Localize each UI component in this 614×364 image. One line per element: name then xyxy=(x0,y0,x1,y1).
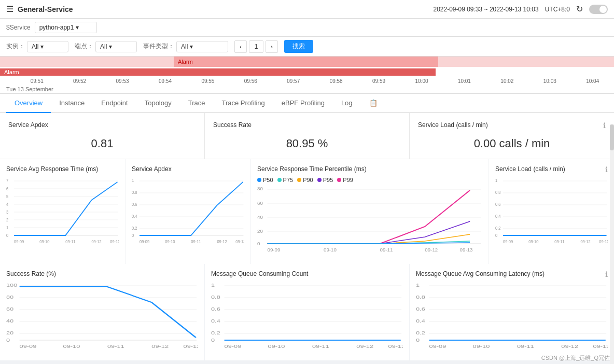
service-select[interactable]: python-app1 ▾ xyxy=(35,22,97,33)
apdex-chart-title: Service Apdex xyxy=(132,165,244,173)
svg-text:09-12: 09-12 xyxy=(425,247,438,253)
svg-text:09-11: 09-11 xyxy=(65,239,76,244)
legend-p99: P99 xyxy=(337,177,353,183)
svg-text:80: 80 xyxy=(257,186,263,191)
svg-text:6: 6 xyxy=(6,186,9,191)
svg-text:09-09: 09-09 xyxy=(268,247,281,253)
legend-p90: P90 xyxy=(297,177,313,183)
instance-filter: 实例： All ▾ xyxy=(6,41,68,52)
svg-text:09-10: 09-10 xyxy=(268,344,285,349)
next-page-button[interactable]: › xyxy=(266,40,278,53)
search-button[interactable]: 搜索 xyxy=(284,40,313,53)
svg-text:09-10: 09-10 xyxy=(39,239,50,244)
svg-text:09-11: 09-11 xyxy=(312,344,329,349)
svg-text:0: 0 xyxy=(6,233,9,238)
refresh-icon[interactable]: ↻ xyxy=(576,4,583,14)
svg-text:09-11: 09-11 xyxy=(191,239,201,244)
timezone: UTC+8:0 xyxy=(545,6,570,13)
svg-text:09-11: 09-11 xyxy=(517,344,534,349)
svg-text:09-10: 09-10 xyxy=(165,239,175,244)
svg-text:0: 0 xyxy=(257,241,260,246)
svg-text:09-10: 09-10 xyxy=(473,344,490,349)
load-info-icon[interactable]: ℹ xyxy=(603,121,606,137)
svg-text:0: 0 xyxy=(6,338,10,343)
svg-text:4: 4 xyxy=(6,202,9,207)
timeline-labels: 09:51 09:52 09:53 09:54 09:55 09:56 09:5… xyxy=(0,77,614,85)
svg-text:0.6: 0.6 xyxy=(211,306,220,312)
datetime-range: 2022-09-09 09:33 ~ 2022-09-13 10:03 xyxy=(433,6,538,13)
svg-text:09-11: 09-11 xyxy=(107,344,124,349)
chart-service-load: Service Load (calls / min) ℹ 1 0.8 0.6 0… xyxy=(489,159,614,264)
svg-text:1: 1 xyxy=(132,178,134,183)
svg-text:2: 2 xyxy=(6,217,9,222)
toggle-switch[interactable] xyxy=(589,5,608,14)
svg-text:09-09: 09-09 xyxy=(14,239,24,244)
svg-text:0: 0 xyxy=(416,338,420,343)
svg-text:7: 7 xyxy=(6,178,9,183)
service-load-title: Service Load (calls / min) xyxy=(495,165,565,173)
svg-text:09-09: 09-09 xyxy=(503,239,513,244)
svg-text:40: 40 xyxy=(257,214,263,220)
svg-text:0.4: 0.4 xyxy=(416,318,425,324)
svg-text:0.2: 0.2 xyxy=(132,226,137,231)
apdex-value: 0.81 xyxy=(8,137,196,150)
svg-text:60: 60 xyxy=(6,306,13,312)
svg-text:0.2: 0.2 xyxy=(416,330,425,335)
tab-trace[interactable]: Trace xyxy=(180,94,214,113)
legend-p95: P95 xyxy=(317,177,333,183)
mq-latency-info-icon[interactable]: ℹ xyxy=(605,270,608,278)
prev-page-button[interactable]: ‹ xyxy=(234,40,247,53)
svg-text:20: 20 xyxy=(6,330,13,335)
svg-text:09-13: 09-13 xyxy=(184,344,198,349)
service-select-arrow: ▾ xyxy=(76,24,79,31)
svg-text:09-13: 09-13 xyxy=(593,344,608,349)
load-value: 0.00 calls / min xyxy=(418,137,606,150)
service-load-info-icon[interactable]: ℹ xyxy=(605,165,608,174)
menu-icon[interactable]: ☰ xyxy=(6,4,13,14)
svg-text:09-12: 09-12 xyxy=(217,239,227,244)
mq-latency-chart: 1 0.8 0.6 0.4 0.2 0 09-09 09-10 09-11 09… xyxy=(416,282,608,354)
tab-trace-profiling[interactable]: Trace Profiling xyxy=(213,94,273,113)
svg-text:60: 60 xyxy=(257,200,263,206)
endpoint-select[interactable]: All ▾ xyxy=(95,41,137,52)
tab-clipboard-icon[interactable]: 📋 xyxy=(361,94,386,113)
svg-text:09-09: 09-09 xyxy=(225,344,242,349)
event-label: 事件类型： xyxy=(143,42,174,51)
tab-overview[interactable]: Overview xyxy=(6,94,51,113)
svg-text:09-11: 09-11 xyxy=(554,239,565,244)
tab-endpoint[interactable]: Endpoint xyxy=(93,94,136,113)
chart-avg-response: Service Avg Response Time (ms) 7 6 5 4 3… xyxy=(0,159,125,264)
instance-select[interactable]: All ▾ xyxy=(27,41,68,52)
top-bar-right: 2022-09-09 09:33 ~ 2022-09-13 10:03 UTC+… xyxy=(433,4,608,14)
svg-text:09-12: 09-12 xyxy=(151,344,169,349)
watermark: CSDN @上海_远维_Q冗佐 xyxy=(541,354,610,360)
chart-percentile: Service Response Time Percentile (ms) P5… xyxy=(251,159,489,264)
svg-text:09-13: 09-13 xyxy=(388,344,403,349)
load-title: Service Load (calls / min) xyxy=(418,121,488,129)
tab-topology[interactable]: Topology xyxy=(136,94,180,113)
svg-text:0.8: 0.8 xyxy=(211,295,220,300)
tab-ebpf-profiling[interactable]: eBPF Profiling xyxy=(273,94,333,113)
svg-text:0.8: 0.8 xyxy=(495,190,501,195)
endpoint-label: 端点： xyxy=(75,42,93,51)
instance-label: 实例： xyxy=(6,42,25,51)
apdex-title: Service Apdex xyxy=(8,121,48,129)
svg-text:09-13: 09-13 xyxy=(235,239,244,244)
chart-success-rate: Success Rate (%) 100 80 60 40 20 0 09-09… xyxy=(0,264,204,360)
chart-grid-row1: Service Avg Response Time (ms) 7 6 5 4 3… xyxy=(0,159,614,264)
svg-text:09-12: 09-12 xyxy=(561,344,578,349)
filter-bar: 实例： All ▾ 端点： All ▾ 事件类型： All ▾ ‹ 1 › 搜索 xyxy=(0,37,614,57)
event-select[interactable]: All ▾ xyxy=(176,41,228,52)
metric-card-success: Success Rate 80.95 % xyxy=(205,113,410,159)
legend-p75: P75 xyxy=(277,177,294,183)
svg-text:1: 1 xyxy=(495,178,498,183)
svg-text:20: 20 xyxy=(257,228,263,234)
svg-text:09-12: 09-12 xyxy=(91,239,102,244)
mq-count-chart: 1 0.8 0.6 0.4 0.2 0 09-09 09-10 09-11 09… xyxy=(211,282,403,354)
top-bar-left: ☰ General-Service xyxy=(6,4,73,14)
success-rate-title: Success Rate (%) xyxy=(6,270,198,277)
tab-instance[interactable]: Instance xyxy=(51,94,93,113)
svg-text:0.4: 0.4 xyxy=(211,318,220,324)
svg-text:40: 40 xyxy=(6,318,13,324)
tab-log[interactable]: Log xyxy=(333,94,361,113)
